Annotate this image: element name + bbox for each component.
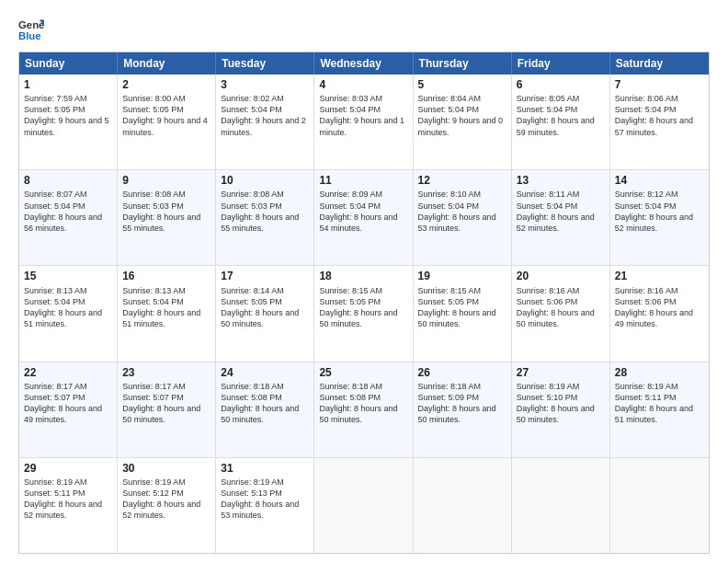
day-number: 5 (418, 77, 506, 92)
day-number: 2 (122, 77, 210, 92)
day-info: Sunrise: 8:17 AMSunset: 5:07 PMDaylight:… (24, 381, 112, 426)
day-number: 26 (418, 365, 506, 380)
day-info: Sunrise: 8:00 AMSunset: 5:05 PMDaylight:… (122, 93, 210, 138)
day-info: Sunrise: 8:08 AMSunset: 5:03 PMDaylight:… (122, 189, 210, 234)
calendar-cell: 30Sunrise: 8:19 AMSunset: 5:12 PMDayligh… (118, 458, 216, 553)
calendar-cell: 22Sunrise: 8:17 AMSunset: 5:07 PMDayligh… (19, 362, 118, 457)
calendar-cell: 17Sunrise: 8:14 AMSunset: 5:05 PMDayligh… (216, 266, 314, 361)
day-info: Sunrise: 8:17 AMSunset: 5:07 PMDaylight:… (122, 381, 210, 426)
day-info: Sunrise: 8:02 AMSunset: 5:04 PMDaylight:… (221, 93, 309, 138)
calendar-cell: 21Sunrise: 8:16 AMSunset: 5:06 PMDayligh… (610, 266, 709, 361)
calendar-cell: 26Sunrise: 8:18 AMSunset: 5:09 PMDayligh… (414, 362, 512, 457)
day-info: Sunrise: 8:14 AMSunset: 5:05 PMDaylight:… (221, 285, 309, 330)
day-info: Sunrise: 8:09 AMSunset: 5:04 PMDaylight:… (319, 189, 407, 234)
calendar-cell (512, 458, 610, 553)
day-info: Sunrise: 8:19 AMSunset: 5:12 PMDaylight:… (122, 477, 210, 522)
header-day-monday: Monday (118, 52, 216, 75)
day-number: 4 (319, 77, 407, 92)
calendar-cell (314, 458, 413, 553)
day-number: 15 (24, 269, 112, 283)
header-day-sunday: Sunday (19, 52, 118, 75)
day-info: Sunrise: 8:19 AMSunset: 5:10 PMDaylight:… (517, 381, 605, 426)
calendar-week-3: 15Sunrise: 8:13 AMSunset: 5:04 PMDayligh… (19, 265, 709, 361)
day-info: Sunrise: 8:18 AMSunset: 5:08 PMDaylight:… (319, 381, 407, 426)
calendar-cell: 8Sunrise: 8:07 AMSunset: 5:04 PMDaylight… (19, 170, 118, 265)
day-number: 28 (615, 365, 704, 380)
calendar-cell: 25Sunrise: 8:18 AMSunset: 5:08 PMDayligh… (314, 362, 413, 457)
day-info: Sunrise: 8:04 AMSunset: 5:04 PMDaylight:… (418, 93, 506, 138)
logo: General Blue (18, 17, 44, 42)
day-number: 16 (122, 269, 210, 283)
day-info: Sunrise: 8:16 AMSunset: 5:06 PMDaylight:… (615, 285, 704, 330)
day-number: 29 (24, 461, 112, 476)
day-info: Sunrise: 8:12 AMSunset: 5:04 PMDaylight:… (615, 189, 704, 234)
svg-text:Blue: Blue (18, 30, 41, 41)
day-number: 8 (24, 173, 112, 188)
calendar-cell: 15Sunrise: 8:13 AMSunset: 5:04 PMDayligh… (19, 266, 118, 361)
day-number: 12 (418, 173, 506, 188)
day-number: 22 (24, 365, 112, 380)
header: General Blue (18, 17, 710, 42)
header-day-thursday: Thursday (414, 52, 512, 75)
calendar-week-2: 8Sunrise: 8:07 AMSunset: 5:04 PMDaylight… (19, 169, 709, 265)
day-info: Sunrise: 8:18 AMSunset: 5:08 PMDaylight:… (221, 381, 309, 426)
day-info: Sunrise: 8:11 AMSunset: 5:04 PMDaylight:… (517, 189, 605, 234)
calendar-week-4: 22Sunrise: 8:17 AMSunset: 5:07 PMDayligh… (19, 362, 709, 457)
header-day-friday: Friday (512, 52, 610, 75)
day-number: 18 (319, 269, 407, 283)
day-info: Sunrise: 8:07 AMSunset: 5:04 PMDaylight:… (24, 189, 112, 234)
day-number: 19 (418, 269, 506, 283)
page: General Blue SundayMondayTuesdayWednesda… (0, 0, 728, 563)
calendar-cell: 23Sunrise: 8:17 AMSunset: 5:07 PMDayligh… (118, 362, 216, 457)
calendar-cell: 16Sunrise: 8:13 AMSunset: 5:04 PMDayligh… (118, 266, 216, 361)
day-number: 6 (517, 77, 605, 92)
logo-icon: General Blue (18, 17, 44, 42)
calendar-cell: 27Sunrise: 8:19 AMSunset: 5:10 PMDayligh… (512, 362, 610, 457)
calendar-cell: 5Sunrise: 8:04 AMSunset: 5:04 PMDaylight… (414, 75, 512, 169)
day-info: Sunrise: 8:18 AMSunset: 5:09 PMDaylight:… (418, 381, 506, 426)
calendar-cell: 3Sunrise: 8:02 AMSunset: 5:04 PMDaylight… (216, 75, 314, 169)
day-info: Sunrise: 8:16 AMSunset: 5:06 PMDaylight:… (517, 285, 605, 330)
calendar-week-5: 29Sunrise: 8:19 AMSunset: 5:11 PMDayligh… (19, 457, 709, 553)
calendar-cell: 24Sunrise: 8:18 AMSunset: 5:08 PMDayligh… (216, 362, 314, 457)
day-number: 24 (221, 365, 309, 380)
header-day-saturday: Saturday (610, 52, 709, 75)
calendar-cell: 1Sunrise: 7:59 AMSunset: 5:05 PMDaylight… (19, 75, 118, 169)
day-info: Sunrise: 8:03 AMSunset: 5:04 PMDaylight:… (319, 93, 407, 138)
calendar-cell: 18Sunrise: 8:15 AMSunset: 5:05 PMDayligh… (314, 266, 413, 361)
calendar-cell: 7Sunrise: 8:06 AMSunset: 5:04 PMDaylight… (610, 75, 709, 169)
header-day-wednesday: Wednesday (314, 52, 413, 75)
day-number: 11 (319, 173, 407, 188)
calendar-week-1: 1Sunrise: 7:59 AMSunset: 5:05 PMDaylight… (19, 75, 709, 169)
day-number: 30 (122, 461, 210, 476)
calendar-cell: 4Sunrise: 8:03 AMSunset: 5:04 PMDaylight… (314, 75, 413, 169)
calendar-cell: 31Sunrise: 8:19 AMSunset: 5:13 PMDayligh… (216, 458, 314, 553)
day-info: Sunrise: 8:08 AMSunset: 5:03 PMDaylight:… (221, 189, 309, 234)
day-number: 21 (615, 269, 704, 283)
day-number: 10 (221, 173, 309, 188)
calendar: SundayMondayTuesdayWednesdayThursdayFrid… (18, 52, 710, 554)
day-number: 31 (221, 461, 309, 476)
day-number: 14 (615, 173, 704, 188)
day-info: Sunrise: 8:05 AMSunset: 5:04 PMDaylight:… (517, 93, 605, 138)
calendar-cell: 13Sunrise: 8:11 AMSunset: 5:04 PMDayligh… (512, 170, 610, 265)
day-number: 1 (24, 77, 112, 92)
svg-text:General: General (18, 19, 44, 30)
day-number: 7 (615, 77, 704, 92)
calendar-cell: 10Sunrise: 8:08 AMSunset: 5:03 PMDayligh… (216, 170, 314, 265)
calendar-cell: 2Sunrise: 8:00 AMSunset: 5:05 PMDaylight… (118, 75, 216, 169)
day-number: 3 (221, 77, 309, 92)
calendar-cell: 14Sunrise: 8:12 AMSunset: 5:04 PMDayligh… (610, 170, 709, 265)
calendar-cell: 29Sunrise: 8:19 AMSunset: 5:11 PMDayligh… (19, 458, 118, 553)
day-number: 23 (122, 365, 210, 380)
calendar-cell: 20Sunrise: 8:16 AMSunset: 5:06 PMDayligh… (512, 266, 610, 361)
day-number: 25 (319, 365, 407, 380)
day-info: Sunrise: 8:13 AMSunset: 5:04 PMDaylight:… (122, 285, 210, 330)
calendar-cell: 12Sunrise: 8:10 AMSunset: 5:04 PMDayligh… (414, 170, 512, 265)
calendar-cell: 9Sunrise: 8:08 AMSunset: 5:03 PMDaylight… (118, 170, 216, 265)
day-info: Sunrise: 8:19 AMSunset: 5:11 PMDaylight:… (24, 477, 112, 522)
day-number: 27 (517, 365, 605, 380)
day-number: 9 (122, 173, 210, 188)
day-number: 13 (517, 173, 605, 188)
day-info: Sunrise: 8:15 AMSunset: 5:05 PMDaylight:… (418, 285, 506, 330)
